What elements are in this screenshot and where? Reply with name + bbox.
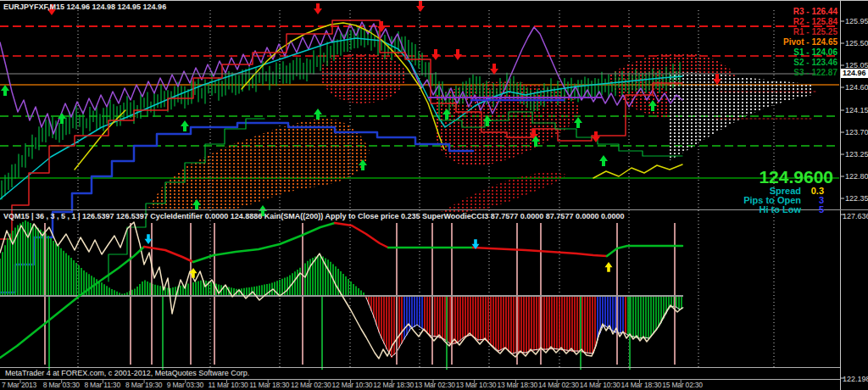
time-axis-label: 8 Mar 11:30 <box>84 381 120 389</box>
mt4-chart-window: EURJPYFXF,M15 124.96 124.98 124.95 124.9… <box>0 0 868 390</box>
pivot-legend-row-s2: S2 - 123.46 <box>793 58 837 67</box>
time-axis-label: 14 Mar 02:30 <box>538 381 579 389</box>
pivot-legend-row-r1: R1 - 125.25 <box>793 27 837 36</box>
time-axis-label: 13 Mar 02:30 <box>415 381 455 389</box>
current-price-box: 124.96 <box>841 69 868 78</box>
time-axis-label: 7 Mar 2013 <box>2 381 36 389</box>
time-axis-label: 14 Mar 10:30 <box>580 381 620 389</box>
time-axis-label: 15 Mar 02:30 <box>662 381 703 389</box>
price-axis-label: 125.95 <box>845 17 868 25</box>
bid-price-display: 124.9600 <box>759 167 833 187</box>
price-axis-label: 123.70 <box>845 128 868 136</box>
pivot-legend-row-s1: S1 - 124.06 <box>793 47 837 57</box>
time-axis-label: 14 Mar 18:30 <box>621 381 662 389</box>
indicator-header: VQM15 | 36 , 3 , 5 , 1 | 126.5397 126.53… <box>3 212 624 220</box>
indicator-axis-max: 127.636 <box>843 212 868 220</box>
price-axis-label: 122.80 <box>845 172 868 181</box>
time-axis-label: 8 Mar 03:30 <box>43 381 80 389</box>
price-axis-label: 124.60 <box>845 83 868 92</box>
time-axis-label: 9 Mar 03:30 <box>167 381 203 389</box>
pivot-legend-row-pivot: Pivot - 124.65 <box>783 37 837 47</box>
time-axis-label: 12 Mar 10:30 <box>332 381 373 389</box>
price-axis-label: 124.15 <box>845 106 868 114</box>
pivot-legend-row-r3: R3 - 126.44 <box>793 7 837 16</box>
time-axis-label: 13 Mar 10:30 <box>456 381 497 389</box>
info-row-value: 5 <box>819 204 824 214</box>
time-axis-label: 12 Mar 18:30 <box>373 381 414 389</box>
price-axis-label: 125.50 <box>845 39 868 47</box>
pivot-legend-row-r2: R2 - 125.84 <box>793 17 837 26</box>
indicator-axis-min: 122.198 <box>843 375 868 383</box>
time-axis-label: 13 Mar 18:30 <box>497 381 537 389</box>
pivot-legend-row-s3: S3 - 122.87 <box>793 68 837 77</box>
status-bar-text: MetaTrader 4 at FOREX.com, c 2001-2012, … <box>5 369 249 377</box>
time-axis-label: 11 Mar 10:30 <box>209 381 248 389</box>
price-axis-label: 123.25 <box>845 150 868 159</box>
time-axis-label: 8 Mar 19:30 <box>125 381 162 389</box>
price-axis-label: 122.35 <box>845 194 868 203</box>
chart-canvas[interactable] <box>0 0 868 390</box>
info-row-label: Hi to Low <box>760 204 802 214</box>
chart-symbol-title: EURJPYFXF,M15 124.96 124.98 124.95 124.9… <box>3 3 166 11</box>
time-axis-label: 11 Mar 18:30 <box>249 381 289 389</box>
time-axis-label: 12 Mar 02:30 <box>291 381 331 389</box>
